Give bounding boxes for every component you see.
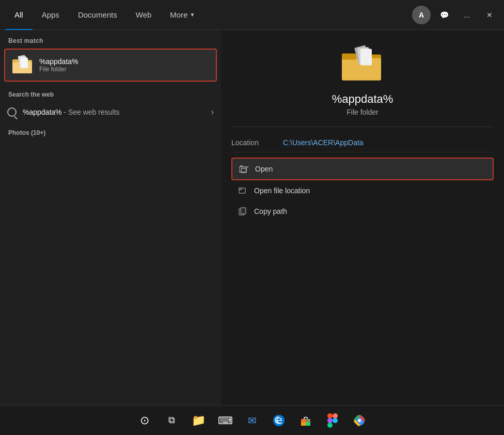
detail-type: File folder [346, 108, 378, 116]
taskbar: ⊙ ⧉ 📁 ⌨ ✉ [0, 405, 504, 435]
taskbar-keyboard[interactable]: ⌨ [213, 409, 237, 432]
top-nav: All Apps Documents Web More ▼ A 💬 ... [0, 0, 504, 30]
best-match-title: Best match [0, 30, 221, 49]
taskbar-chrome[interactable] [348, 409, 371, 432]
tab-web-label: Web [136, 10, 152, 19]
svg-rect-24 [327, 413, 333, 418]
more-options-icon: ... [464, 11, 470, 19]
feedback-icon: 💬 [440, 11, 449, 19]
feedback-button[interactable]: 💬 [435, 6, 453, 24]
left-panel: Best match %appdata% File folder [0, 30, 221, 435]
detail-location-row: Location C:\Users\ACER\AppData [231, 133, 494, 152]
taskbar-task-view[interactable]: ⧉ [160, 409, 183, 432]
svg-point-32 [358, 419, 361, 422]
action-open-file-location[interactable]: Open file location [231, 180, 494, 201]
web-search-item[interactable]: %appdata% - See web results › [0, 102, 221, 122]
action-copy-path-label: Copy path [254, 207, 287, 215]
close-icon: ✕ [486, 11, 493, 19]
right-panel: %appdata% File folder Location C:\Users\… [221, 30, 504, 435]
tab-more[interactable]: More ▼ [161, 0, 204, 30]
taskbar-keyboard-icon: ⌨ [218, 414, 233, 427]
taskbar-file-explorer-icon: 📁 [192, 414, 206, 427]
action-copy-path[interactable]: Copy path [231, 201, 494, 222]
location-value[interactable]: C:\Users\ACER\AppData [283, 138, 364, 147]
close-button[interactable]: ✕ [480, 6, 499, 24]
svg-point-28 [333, 418, 338, 423]
taskbar-mail-icon: ✉ [248, 414, 257, 427]
svg-rect-26 [327, 418, 333, 423]
copy-path-icon [238, 206, 248, 216]
svg-rect-16 [239, 188, 242, 190]
tab-apps-label: Apps [42, 10, 59, 19]
web-search-text: %appdata% - See web results [23, 108, 211, 116]
taskbar-edge[interactable] [267, 409, 291, 432]
web-search-query: %appdata% [23, 108, 62, 116]
taskbar-edge-icon [272, 414, 286, 427]
nav-icons: A 💬 ... ✕ [412, 6, 499, 24]
avatar-button[interactable]: A [412, 6, 431, 24]
taskbar-task-view-icon: ⧉ [168, 415, 175, 426]
svg-rect-23 [301, 419, 310, 422]
action-list: Open Open file location [231, 158, 494, 222]
action-open-file-location-label: Open file location [254, 187, 310, 195]
detail-name: %appdata% [332, 92, 393, 106]
folder-icon [12, 55, 33, 75]
taskbar-figma-icon [327, 413, 338, 428]
web-search-arrow-icon: › [211, 107, 214, 117]
svg-rect-15 [239, 188, 245, 193]
open-file-location-icon [238, 185, 248, 196]
action-open[interactable]: Open [231, 158, 494, 180]
taskbar-store[interactable] [294, 409, 318, 432]
tab-apps[interactable]: Apps [33, 0, 69, 30]
tab-documents[interactable]: Documents [69, 0, 127, 30]
photos-title: Photos (10+) [0, 122, 221, 141]
best-match-info: %appdata% File folder [39, 57, 78, 73]
detail-folder-icon [342, 45, 383, 84]
open-icon [239, 164, 249, 174]
web-search-title: Search the web [0, 82, 221, 102]
tab-all-label: All [14, 10, 23, 19]
taskbar-figma[interactable] [321, 409, 344, 432]
tab-documents-label: Documents [78, 10, 117, 19]
action-open-label: Open [255, 165, 273, 173]
svg-rect-27 [327, 423, 333, 428]
taskbar-store-icon [300, 414, 312, 427]
tab-all[interactable]: All [5, 0, 33, 30]
web-search-suffix: - See web results [62, 108, 120, 116]
taskbar-mail[interactable]: ✉ [240, 409, 264, 432]
svg-rect-25 [333, 413, 338, 418]
taskbar-search[interactable]: ⊙ [133, 409, 156, 432]
taskbar-search-icon: ⊙ [140, 414, 149, 427]
svg-rect-5 [21, 58, 28, 68]
taskbar-file-explorer[interactable]: 📁 [186, 409, 210, 432]
best-match-item[interactable]: %appdata% File folder [4, 49, 217, 82]
svg-rect-12 [239, 167, 246, 172]
taskbar-chrome-icon [353, 414, 366, 427]
svg-rect-18 [241, 208, 246, 214]
more-options-button[interactable]: ... [458, 6, 476, 24]
main-content: Best match %appdata% File folder [0, 30, 504, 435]
best-match-type: File folder [39, 66, 78, 73]
location-label: Location [231, 138, 283, 147]
tab-web[interactable]: Web [127, 0, 161, 30]
web-search-icon [7, 107, 17, 117]
search-window: All Apps Documents Web More ▼ A 💬 ... [0, 0, 504, 435]
svg-rect-8 [342, 54, 356, 60]
tab-more-label: More [170, 10, 187, 19]
best-match-name: %appdata% [39, 57, 78, 66]
avatar-letter: A [419, 11, 424, 19]
more-arrow-icon: ▼ [190, 12, 195, 18]
detail-divider [231, 127, 494, 127]
svg-rect-11 [360, 49, 372, 66]
